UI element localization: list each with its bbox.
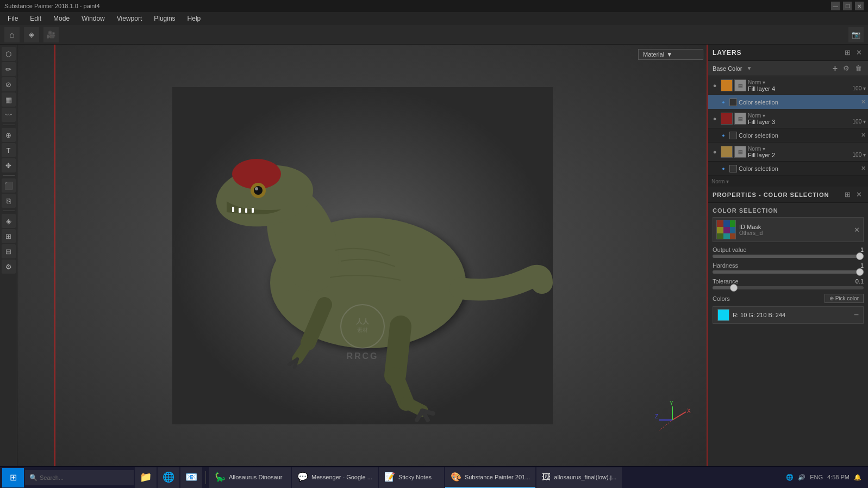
layer-mask-fill2: ▤ bbox=[734, 146, 746, 158]
allosaurus-app-icon: 🦕 bbox=[215, 472, 226, 482]
menu-plugins[interactable]: Plugins bbox=[148, 14, 180, 23]
sub-layer-color-sel-fill2[interactable]: ● Color selection ✕ bbox=[708, 161, 868, 175]
layer-norm-label-fill2: Norm ▾ bbox=[748, 146, 765, 152]
layer-norm-label-fill3: Norm ▾ bbox=[748, 113, 765, 119]
main-viewport[interactable]: Material ▼ bbox=[17, 45, 708, 466]
minimize-button[interactable]: — bbox=[831, 2, 840, 10]
sub-check-fill2[interactable] bbox=[729, 165, 737, 172]
tool-text[interactable]: T bbox=[2, 143, 16, 157]
taskbar-messenger-app[interactable]: 💬 Messenger - Google ... bbox=[292, 467, 378, 488]
menu-help[interactable]: Help bbox=[182, 14, 207, 23]
svg-rect-42 bbox=[730, 233, 736, 239]
sub-check-fill4[interactable] bbox=[729, 98, 737, 106]
tool-eyedropper[interactable]: ⊕ bbox=[2, 128, 16, 142]
tool-settings4[interactable]: ⚙ bbox=[2, 260, 16, 274]
layers-close-btn[interactable]: ✕ bbox=[854, 48, 864, 57]
sub-eye-fill4[interactable]: ● bbox=[719, 98, 728, 107]
output-value-fill bbox=[713, 255, 864, 258]
layer-row-fill3[interactable]: ● ▤ Norm ▾ Fill layer 3 100 ▾ bbox=[708, 109, 868, 128]
taskbar-sticky-notes-app[interactable]: 📝 Sticky Notes bbox=[379, 467, 444, 488]
layers-tools-btn[interactable]: ⚙ bbox=[841, 64, 851, 73]
color-remove-btn[interactable]: − bbox=[854, 310, 859, 320]
layer-eye-fill4[interactable]: ● bbox=[710, 81, 719, 90]
maximize-button[interactable]: ☐ bbox=[843, 2, 852, 10]
taskbar-allosaurus-app[interactable]: 🦕 Allosaurus Dinosaur bbox=[209, 467, 291, 488]
sub-eye-fill2[interactable]: ● bbox=[719, 164, 728, 173]
layer-blend-fill3: Norm ▾ bbox=[748, 113, 866, 119]
layer-row-fill2[interactable]: ● ▤ Norm ▾ Fill layer 2 100 ▾ bbox=[708, 143, 868, 161]
layer-name-fill2: Fill layer 2 bbox=[748, 152, 775, 158]
toolbar-camera-btn[interactable]: 🎥 bbox=[43, 27, 59, 42]
menu-bar: File Edit Mode Window Viewport Plugins H… bbox=[0, 12, 868, 25]
taskbar-mail[interactable]: 📧 bbox=[180, 467, 202, 488]
svg-text:素材: 素材 bbox=[357, 327, 368, 333]
tool-settings2[interactable]: ⊞ bbox=[2, 229, 16, 243]
color-rgb-values: R: 10 G: 210 B: 244 bbox=[733, 312, 851, 318]
tool-transform[interactable]: ✥ bbox=[2, 158, 16, 172]
menu-edit[interactable]: Edit bbox=[24, 14, 47, 23]
svg-line-28 bbox=[659, 420, 672, 431]
sub-eye-fill3[interactable]: ● bbox=[719, 131, 728, 140]
taskbar-allosaurus-file-app[interactable]: 🖼 allosaurus_final(low).j... bbox=[536, 467, 622, 488]
toolbar-3d-btn[interactable]: ◈ bbox=[24, 27, 39, 42]
sub-layer-color-sel-fill3[interactable]: ● Color selection ✕ bbox=[708, 128, 868, 142]
tool-paint[interactable]: ✏ bbox=[2, 62, 16, 76]
tool-select[interactable]: ⬡ bbox=[2, 47, 16, 61]
svg-point-10 bbox=[254, 186, 263, 195]
layer-info-fill2: Norm ▾ Fill layer 2 100 ▾ bbox=[748, 146, 866, 158]
svg-rect-34 bbox=[717, 220, 723, 227]
material-dropdown[interactable]: Material ▼ bbox=[638, 49, 703, 60]
layer-item-fill4: ● ▤ Norm ▾ Fill layer 4 100 ▾ ● bbox=[708, 76, 868, 109]
viewport-controls: Material ▼ bbox=[638, 49, 703, 60]
properties-close-btn[interactable]: ✕ bbox=[854, 190, 864, 199]
sticky-notes-app-label: Sticky Notes bbox=[398, 474, 432, 480]
taskbar-substance-app[interactable]: 🎨 Substance Painter 201... bbox=[445, 467, 535, 488]
chevron-down-icon: ▼ bbox=[666, 51, 672, 58]
taskbar-file-explorer[interactable]: 📁 bbox=[135, 467, 157, 488]
hardness-track[interactable] bbox=[713, 270, 864, 274]
system-tray: 🌐 🔊 ENG 4:58 PM 🔔 bbox=[786, 473, 866, 481]
layer-info-fill3: Norm ▾ Fill layer 3 100 ▾ bbox=[748, 113, 866, 125]
tool-clone[interactable]: ⎘ bbox=[2, 194, 16, 208]
layers-trash-btn[interactable]: 🗑 bbox=[853, 64, 864, 73]
layers-panel-title: LAYERS bbox=[713, 49, 742, 57]
start-button[interactable]: ⊞ bbox=[2, 468, 24, 487]
tool-settings3[interactable]: ⊟ bbox=[2, 244, 16, 258]
color-display-row: R: 10 G: 210 B: 244 − bbox=[713, 306, 864, 324]
close-button[interactable]: ✕ bbox=[855, 2, 864, 10]
output-value-track[interactable] bbox=[713, 255, 864, 258]
svg-line-18 bbox=[406, 403, 422, 411]
tool-smudge[interactable]: 〰 bbox=[2, 108, 16, 122]
sub-check-fill3[interactable] bbox=[729, 132, 737, 139]
layer-eye-fill2[interactable]: ● bbox=[710, 147, 719, 156]
menu-viewport[interactable]: Viewport bbox=[111, 14, 147, 23]
toolbar-home-btn[interactable]: ⌂ bbox=[4, 27, 20, 42]
id-mask-close-btn[interactable]: ✕ bbox=[854, 226, 860, 234]
layer-eye-fill3[interactable]: ● bbox=[710, 114, 719, 123]
toolbar-render-btn[interactable]: 📷 bbox=[848, 27, 864, 42]
tool-settings1[interactable]: ◈ bbox=[2, 214, 16, 228]
sub-close-fill3[interactable]: ✕ bbox=[861, 132, 866, 139]
taskbar-edge[interactable]: 🌐 bbox=[158, 467, 179, 488]
menu-file[interactable]: File bbox=[2, 14, 23, 23]
sub-close-fill2[interactable]: ✕ bbox=[861, 165, 866, 172]
tool-fill[interactable]: ▦ bbox=[2, 92, 16, 107]
layers-expand-btn[interactable]: ⊞ bbox=[843, 48, 852, 57]
layer-row-fill4[interactable]: ● ▤ Norm ▾ Fill layer 4 100 ▾ bbox=[708, 76, 868, 95]
base-color-dropdown[interactable]: Base Color ▼ + ⚙ 🗑 bbox=[708, 61, 868, 76]
menu-mode[interactable]: Mode bbox=[48, 14, 75, 23]
colors-row: Colors ⊕ Pick color bbox=[713, 294, 864, 303]
tray-lang: ENG bbox=[810, 474, 823, 480]
pick-color-button[interactable]: ⊕ Pick color bbox=[825, 294, 864, 303]
menu-window[interactable]: Window bbox=[76, 14, 110, 23]
tool-mask[interactable]: ⬛ bbox=[2, 178, 16, 193]
properties-expand-btn[interactable]: ⊞ bbox=[843, 190, 852, 199]
tolerance-track[interactable] bbox=[713, 286, 864, 289]
taskbar-search[interactable]: 🔍 Search... bbox=[25, 470, 134, 485]
tool-eraser[interactable]: ⊘ bbox=[2, 77, 16, 91]
layers-add-btn[interactable]: + bbox=[831, 63, 839, 74]
sub-layer-color-sel-fill4[interactable]: ● Color selection ✕ bbox=[708, 95, 868, 109]
window-controls: — ☐ ✕ bbox=[831, 2, 864, 10]
sub-close-fill4[interactable]: ✕ bbox=[861, 98, 866, 106]
output-value-label: Output value bbox=[713, 246, 746, 253]
